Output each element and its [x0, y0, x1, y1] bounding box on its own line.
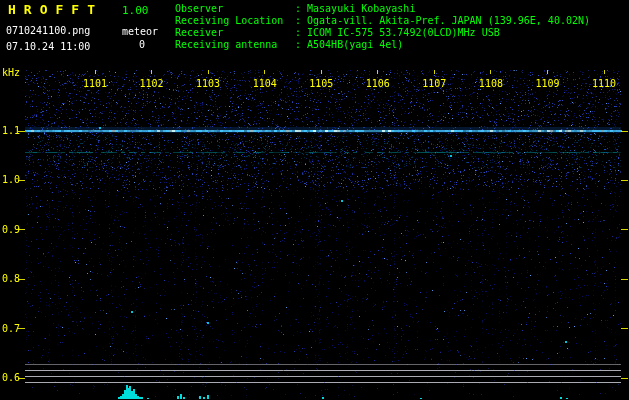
- freq-label: 0.8: [2, 273, 24, 284]
- meteor-count: 0: [139, 39, 145, 50]
- hrofft-window: HROFFT 1.00 0710241100.png meteor 0 07.1…: [0, 0, 629, 400]
- info-row-observer: Observer : Masayuki Kobayashi: [175, 3, 590, 15]
- time-label: 1110: [589, 78, 619, 89]
- freq-label: 0.6: [2, 372, 24, 383]
- freq-label: 1.0: [2, 174, 24, 185]
- time-label: 1101: [80, 78, 110, 89]
- info-label: Observer: [175, 3, 295, 15]
- time-label: 1103: [193, 78, 223, 89]
- output-filename: 0710241100.png: [6, 25, 90, 36]
- info-label: Receiving Location: [175, 15, 295, 27]
- info-row-antenna: Receiving antenna : A504HB(yagi 4el): [175, 39, 590, 51]
- spectrogram-canvas: [0, 0, 629, 400]
- freq-unit-label: kHz: [2, 67, 20, 78]
- info-value: : A504HB(yagi 4el): [295, 39, 403, 51]
- info-label: Receiver: [175, 27, 295, 39]
- app-title: HROFFT: [8, 2, 103, 17]
- info-value: : Ogata-vill. Akita-Pref. JAPAN (139.96E…: [295, 15, 590, 27]
- info-label: Receiving antenna: [175, 39, 295, 51]
- time-label: 1109: [532, 78, 562, 89]
- time-label: 1104: [250, 78, 280, 89]
- datetime-label: 07.10.24 11:00: [6, 41, 90, 52]
- time-label: 1105: [306, 78, 336, 89]
- mode-label: meteor: [122, 26, 158, 37]
- time-label: 1108: [476, 78, 506, 89]
- app-version: 1.00: [122, 4, 149, 17]
- freq-label: 0.9: [2, 224, 24, 235]
- info-value: : Masayuki Kobayashi: [295, 3, 415, 15]
- time-label: 1102: [137, 78, 167, 89]
- freq-label: 1.1: [2, 125, 24, 136]
- freq-label: 0.7: [2, 323, 24, 334]
- time-label: 1106: [363, 78, 393, 89]
- station-info-panel: Observer : Masayuki Kobayashi Receiving …: [175, 3, 590, 51]
- info-row-location: Receiving Location : Ogata-vill. Akita-P…: [175, 15, 590, 27]
- info-value: : ICOM IC-575 53.7492(0LCD)MHz USB: [295, 27, 500, 39]
- time-label: 1107: [419, 78, 449, 89]
- info-row-receiver: Receiver : ICOM IC-575 53.7492(0LCD)MHz …: [175, 27, 590, 39]
